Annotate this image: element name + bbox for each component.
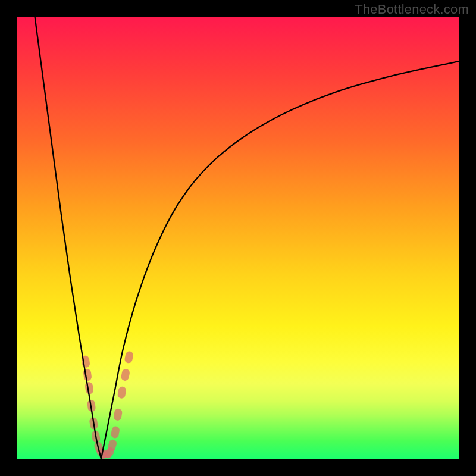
- data-marker: [124, 350, 134, 364]
- chart-svg: [17, 17, 459, 459]
- watermark-text: TheBottleneck.com: [355, 2, 469, 17]
- data-marker: [113, 408, 123, 421]
- data-marker: [120, 368, 130, 381]
- marker-group: [81, 350, 134, 461]
- data-marker: [117, 386, 127, 399]
- chart-frame: TheBottleneck.com: [0, 0, 476, 476]
- data-marker: [111, 425, 120, 439]
- curve-right-branch: [101, 61, 459, 459]
- data-marker: [83, 368, 92, 381]
